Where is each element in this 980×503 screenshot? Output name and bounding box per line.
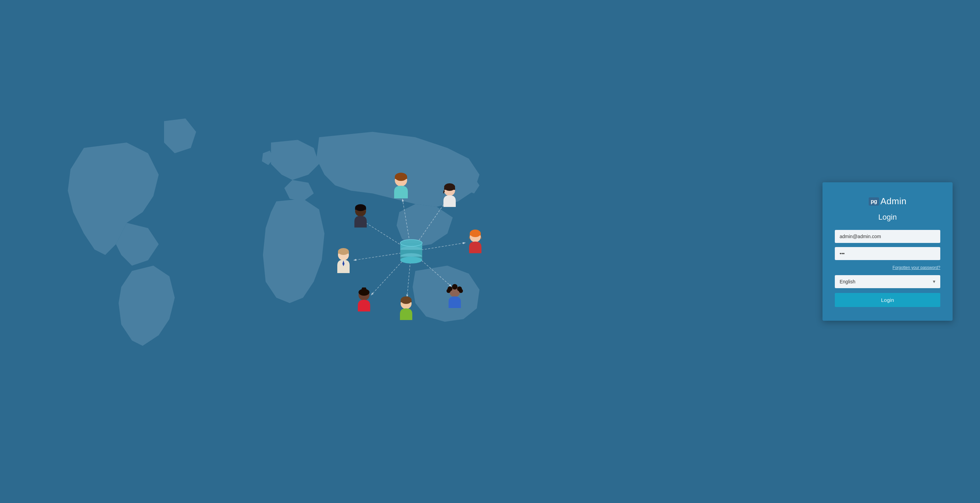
password-input[interactable]: [835, 247, 940, 260]
logo-area: pg Admin: [835, 196, 940, 207]
email-field-wrapper: [835, 230, 940, 243]
language-select[interactable]: English French German Spanish Italian Ja…: [835, 275, 940, 288]
login-panel: pg Admin Login Forgotten your password? …: [822, 182, 953, 321]
admin-text: Admin: [880, 196, 906, 207]
avatar-top-center: [389, 173, 413, 200]
forgot-password-link[interactable]: Forgotten your password?: [892, 265, 940, 270]
pg-badge: pg: [869, 197, 879, 206]
avatar-left: [332, 248, 355, 275]
avatar-top-right: [439, 183, 461, 208]
avatar-top-left: [350, 204, 372, 229]
avatar-bottom-right: [444, 284, 466, 310]
database-icon: [396, 235, 426, 268]
svg-point-26: [452, 284, 457, 289]
svg-point-29: [459, 289, 463, 293]
svg-point-16: [400, 257, 422, 263]
avatar-right: [464, 229, 487, 255]
email-input[interactable]: [835, 230, 940, 243]
password-field-wrapper: [835, 247, 940, 260]
avatar-bottom-left: [353, 287, 375, 313]
login-button[interactable]: Login: [835, 293, 940, 307]
page-wrapper: pg Admin Login Forgotten your password? …: [0, 0, 980, 503]
avatar-bottom-center: [395, 296, 417, 321]
language-select-wrapper: English French German Spanish Italian Ja…: [835, 275, 940, 288]
forgot-password-wrapper: Forgotten your password?: [835, 264, 940, 270]
network-illustration: [322, 163, 500, 340]
illustration-side: [0, 0, 822, 503]
svg-point-28: [447, 289, 450, 293]
login-title: Login: [835, 213, 940, 222]
